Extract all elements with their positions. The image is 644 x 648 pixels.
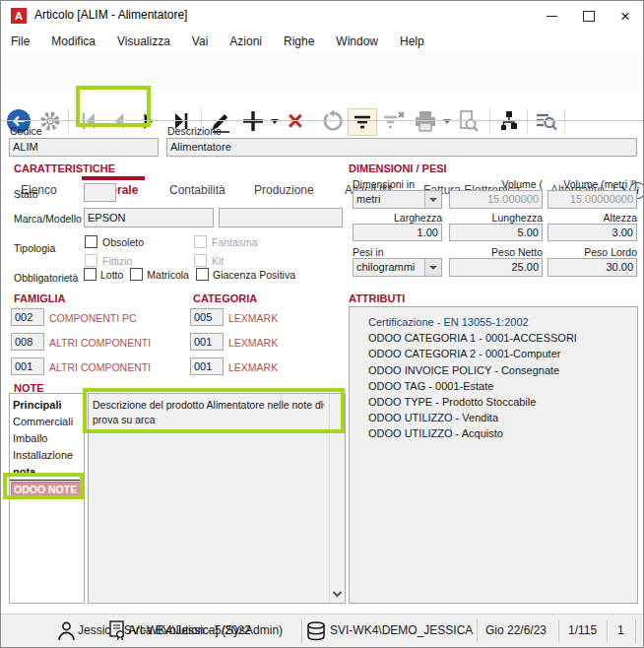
checkbox-matricola-label: Matricola <box>147 269 189 281</box>
lunghezza-field[interactable]: 5.00 <box>449 224 543 241</box>
checkbox-matricola[interactable] <box>130 268 143 281</box>
menu-item-righe[interactable]: Righe <box>273 34 325 48</box>
app-icon: A <box>11 8 27 24</box>
famiglia-desc-label: ALTRI COMPONENTI <box>49 361 151 373</box>
famiglia-desc-label: ALTRI COMPONENTI <box>49 337 151 349</box>
codice-field[interactable]: ALIM <box>9 138 159 157</box>
volume-label: Volume ( <box>449 178 543 190</box>
statusbar-separator <box>301 619 302 643</box>
window-title: Articolo [ALIM - Alimentatore] <box>34 8 187 22</box>
volume-field[interactable]: 15.000000 <box>449 190 543 209</box>
tab-contabilita[interactable]: Contabilità <box>169 183 225 197</box>
attributi-header: ATTRIBUTI <box>349 292 405 304</box>
maximize-button[interactable] <box>570 1 608 31</box>
dimensioni-pesi-header: DIMENSIONI / PESI <box>349 162 447 174</box>
edit-marker-icon: ✎ <box>318 400 326 410</box>
stato-field[interactable] <box>84 183 116 202</box>
checkbox-fantasma[interactable] <box>194 235 207 248</box>
close-button[interactable]: × <box>607 1 644 31</box>
menu-item-vai[interactable]: Vai <box>181 34 219 48</box>
menu-item-file[interactable]: File <box>1 34 40 48</box>
checkbox-kit[interactable] <box>194 254 207 267</box>
menu-item-help[interactable]: Help <box>389 34 435 48</box>
famiglia-code-field[interactable]: 002 <box>11 308 44 326</box>
license-badge-icon <box>109 620 126 640</box>
categoria-code-field[interactable]: 005 <box>190 308 224 326</box>
close-icon: × <box>620 8 630 25</box>
dimensioni-in-label: Dimensioni in <box>353 178 415 190</box>
modello-field[interactable] <box>219 208 343 227</box>
peso-netto-field[interactable]: 25.00 <box>449 258 543 277</box>
attributo-item[interactable]: ODOO CATEGORIA 2 - 0001-Computer <box>368 346 633 361</box>
note-tab-nota[interactable]: nota <box>10 464 84 481</box>
checkbox-obsoleto-label: Obsoleto <box>102 236 144 248</box>
statusbar-separator <box>635 619 636 643</box>
dropdown-button[interactable] <box>424 191 441 208</box>
attributo-item[interactable]: ODOO TYPE - Prodotto Stoccabile <box>368 394 633 410</box>
categoria-header: CATEGORIA <box>193 292 257 304</box>
user-icon <box>57 621 76 641</box>
note-tab-odoo-note[interactable]: ODOO NOTE <box>11 482 83 499</box>
statusbar-separator <box>477 619 478 643</box>
dimensioni-unit-select[interactable]: metri <box>353 190 442 209</box>
version-text: Arca Evolution - 5/2022 <box>128 623 251 637</box>
volume-m3-label: Volume (metri ³) <box>547 178 637 190</box>
record-counter: 1/115 <box>568 623 597 637</box>
marca-modello-label: Marca/Modello <box>14 213 82 225</box>
categoria-code-field[interactable]: 001 <box>190 357 224 375</box>
page-number: 1 <box>617 623 624 637</box>
attributo-item[interactable]: ODOO TAG - 0001-Estate <box>368 378 633 394</box>
categoria-desc-label: LEXMARK <box>228 337 278 349</box>
database-icon <box>306 621 326 641</box>
marca-field[interactable]: EPSON <box>84 208 214 227</box>
note-textarea[interactable]: Descrizione del prodotto Alimentatore ne… <box>88 393 346 604</box>
note-text: Descrizione del prodotto Alimentatore ne… <box>93 398 325 427</box>
checkbox-giacenza-positiva[interactable] <box>196 268 209 281</box>
attributo-item[interactable]: ODOO UTILIZZO - Acquisto <box>368 425 633 441</box>
note-scrollbar[interactable] <box>329 394 345 603</box>
categoria-desc-label: LEXMARK <box>228 312 278 324</box>
attributo-item[interactable]: ODOO INVOICE POLICY - Consegnate <box>368 362 633 378</box>
checkbox-lotto[interactable] <box>84 268 97 281</box>
note-tab-commerciali[interactable]: Commerciali <box>10 414 84 430</box>
descrizione-label: Descrizione <box>167 125 222 137</box>
menu-item-azioni[interactable]: Azioni <box>219 34 273 48</box>
attributo-item[interactable]: Certificazione - EN 13055-1:2002 <box>368 314 633 330</box>
attributo-item[interactable]: ODOO UTILIZZO - Vendita <box>368 410 633 425</box>
categoria-desc-label: LEXMARK <box>228 361 278 373</box>
note-tab-imballo[interactable]: Imballo <box>10 430 84 447</box>
attributi-panel: Certificazione - EN 13055-1:2002 ODOO CA… <box>349 306 638 604</box>
pesi-in-label: Pesi in <box>353 246 384 258</box>
menu-bar: File Modifica Visualizza Vai Azioni Righ… <box>1 31 643 52</box>
obbligatorieta-group: Lotto Matricola Giacenza Positiva <box>84 268 295 281</box>
note-tab-installazione[interactable]: Installazione <box>10 447 84 464</box>
checkbox-obsoleto[interactable] <box>85 235 97 248</box>
scroll-down-chevron-icon[interactable] <box>332 591 343 598</box>
altezza-field[interactable]: 3.00 <box>547 224 637 241</box>
peso-netto-label: Peso Netto <box>449 246 543 258</box>
menu-item-visualizza[interactable]: Visualizza <box>106 34 181 48</box>
altezza-label: Altezza <box>547 212 637 224</box>
peso-lordo-field[interactable]: 30.00 <box>547 258 637 277</box>
famiglia-code-field[interactable]: 001 <box>11 357 44 375</box>
note-tab-list: Principali Commerciali Imballo Installaz… <box>9 393 85 604</box>
checkbox-fittizio[interactable] <box>85 254 97 267</box>
note-tab-principali[interactable]: Principali <box>10 397 84 414</box>
menu-item-window[interactable]: Window <box>325 34 389 48</box>
pesi-unit-select[interactable]: chilogrammi <box>353 258 442 277</box>
chevron-down-icon <box>429 266 437 270</box>
tab-produzione[interactable]: Produzione <box>254 183 314 197</box>
statusbar-separator <box>558 619 559 643</box>
descrizione-field[interactable]: Alimentatore <box>166 138 637 157</box>
menu-item-modifica[interactable]: Modifica <box>40 34 106 48</box>
larghezza-field[interactable]: 1.00 <box>353 224 442 241</box>
famiglia-code-field[interactable]: 008 <box>11 333 44 351</box>
stato-label: Stato <box>14 188 38 200</box>
categoria-code-field[interactable]: 001 <box>190 333 224 351</box>
volume-m3-field[interactable]: 15.00000000 <box>547 190 637 209</box>
obbligatorieta-label: Obbligatorietà <box>14 272 78 284</box>
attributo-item[interactable]: ODOO CATEGORIA 1 - 0001-ACCESSORI <box>368 330 633 346</box>
minimize-button[interactable] <box>533 1 570 31</box>
checkbox-lotto-label: Lotto <box>100 269 123 281</box>
dropdown-button[interactable] <box>424 259 441 276</box>
